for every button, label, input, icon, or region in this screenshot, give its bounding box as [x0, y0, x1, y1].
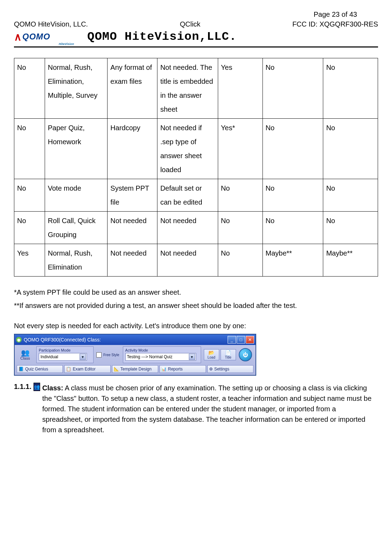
table-cell: Yes* — [218, 119, 262, 179]
section-number: 1.1.1. — [14, 383, 31, 391]
table-cell: No — [262, 58, 323, 119]
book-icon: 📘 — [19, 367, 24, 372]
class-button[interactable]: 👥 Class — [17, 349, 34, 360]
company-name-left: QOMO HiteVision, LLC. — [14, 20, 88, 28]
table-row: NoRoll Call, Quick GroupingNot neededNot… — [14, 212, 378, 244]
button-label: Settings — [214, 367, 229, 372]
table-cell: No — [14, 212, 45, 244]
people-icon: 👥 — [17, 349, 34, 356]
title-button[interactable]: 📄 Title — [221, 349, 236, 360]
gear-icon: ⚙ — [209, 367, 213, 372]
main-toolbar: 👥 Class Participation Mode Individual ▼ … — [15, 345, 256, 365]
table-row: YesNormal, Rush, EliminationNot neededNo… — [14, 244, 378, 277]
table-cell: Not needed. The title is embedded in the… — [157, 58, 218, 119]
table-row: NoPaper Quiz, HomeworkHardcopyNot needed… — [14, 119, 378, 179]
page-header: Page 23 of 43 — [14, 10, 378, 19]
load-title-group: 📂 Load 📄 Title — [204, 349, 236, 360]
table-cell: No — [323, 212, 378, 244]
table-cell: Not needed if .sep type of answer sheet … — [157, 119, 218, 179]
table-cell: Hardcopy — [108, 119, 157, 179]
table-cell: No — [218, 212, 262, 244]
button-label: Reports — [168, 367, 183, 372]
window-title: QOMO QRF300(Connected) Class: — [24, 337, 101, 343]
quiz-genius-button[interactable]: 📘Quiz Genius — [17, 365, 63, 373]
table-cell: Normal, Rush, Elimination — [45, 244, 107, 277]
app-icon: ◉ — [16, 337, 22, 343]
footnotes: *A system PPT file could be used as an a… — [14, 286, 378, 332]
page-number: Page 23 of 43 — [313, 10, 357, 19]
table-cell: No — [323, 58, 378, 119]
table-cell: Yes — [14, 244, 45, 277]
table-cell: Paper Quiz, Homework — [45, 119, 107, 179]
button-label: Template Design — [120, 367, 151, 372]
maximize-button[interactable]: □ — [237, 336, 245, 344]
load-label: Load — [207, 355, 215, 359]
section-heading: Class: — [42, 384, 63, 392]
dropdown-arrow-icon: ▼ — [80, 354, 86, 360]
table-cell: System PPT file — [108, 179, 157, 212]
folder-open-icon: 📂 — [204, 350, 219, 355]
ruler-icon: 📐 — [114, 367, 119, 372]
button-label: Exam Editor — [73, 367, 95, 372]
table-cell: No — [218, 244, 262, 277]
section-body: A class must be chosen prior of any exam… — [42, 384, 371, 434]
table-cell: Normal, Rush, Elimination, Multiple, Sur… — [45, 58, 107, 119]
participation-combo[interactable]: Individual ▼ — [39, 353, 87, 361]
exam-editor-button[interactable]: 📋Exam Editor — [64, 365, 110, 373]
document-icon: 📄 — [221, 350, 236, 355]
table-cell: Not needed — [157, 212, 218, 244]
table-cell: No — [262, 119, 323, 179]
activity-value: Testing ---> Normal Quiz — [127, 354, 172, 359]
app-screenshot: ◉ QOMO QRF300(Connected) Class: _ □ ✕ 👥 … — [14, 334, 256, 376]
power-button[interactable]: ⏻ — [239, 348, 252, 361]
table-cell: Roll Call, Quick Grouping — [45, 212, 107, 244]
section-1-1-1: 1.1.1. 👥 Class: A class must be chosen p… — [14, 383, 378, 435]
table-cell: Maybe** — [323, 244, 378, 277]
table-cell: Any format of exam files — [108, 58, 157, 119]
minimize-button[interactable]: _ — [228, 336, 236, 344]
settings-button[interactable]: ⚙Settings — [207, 365, 253, 373]
power-icon: ⏻ — [243, 352, 248, 358]
activity-label: Activity Mode — [125, 348, 199, 352]
table-row: NoNormal, Rush, Elimination, Multiple, S… — [14, 58, 378, 119]
chart-icon: 📊 — [161, 367, 167, 372]
logo-sub-text: HiteVision — [59, 42, 74, 46]
table-cell: No — [262, 212, 323, 244]
list-icon: 📋 — [66, 367, 71, 372]
load-button[interactable]: 📂 Load — [204, 349, 219, 360]
table-cell: No — [14, 119, 45, 179]
activity-combo[interactable]: Testing ---> Normal Quiz ▼ — [125, 353, 196, 361]
footnote-2: **If answers are not provided during a t… — [14, 300, 378, 311]
intro-line: Not every step is needed for each activi… — [14, 320, 378, 332]
product-name-center: QClick — [180, 20, 200, 28]
participation-mode-group: Participation Mode Individual ▼ — [36, 346, 94, 363]
table-cell: Maybe** — [262, 244, 323, 277]
table-cell: Not needed — [157, 244, 218, 277]
table-cell: No — [14, 179, 45, 212]
template-design-button[interactable]: 📐Template Design — [112, 365, 158, 373]
table-cell: No — [14, 58, 45, 119]
free-style-checkbox[interactable] — [96, 352, 102, 358]
table-cell: No — [323, 179, 378, 212]
free-style-label: Free Style — [103, 353, 119, 357]
dropdown-arrow-icon: ▼ — [189, 354, 195, 360]
button-label: Quiz Genius — [25, 367, 48, 372]
secondary-toolbar: 📘Quiz Genius📋Exam Editor📐Template Design… — [15, 365, 256, 375]
table-cell: No — [218, 179, 262, 212]
reports-button[interactable]: 📊Reports — [160, 365, 206, 373]
class-button-label: Class — [17, 356, 34, 360]
table-cell: No — [323, 119, 378, 179]
participation-label: Participation Mode — [39, 348, 91, 352]
table-cell: Default set or can be edited — [157, 179, 218, 212]
footnote-1: *A system PPT file could be used as an a… — [14, 286, 378, 298]
table-cell: No — [262, 179, 323, 212]
table-cell: Not needed — [108, 212, 157, 244]
window-titlebar: ◉ QOMO QRF300(Connected) Class: _ □ ✕ — [15, 334, 256, 345]
capability-table: NoNormal, Rush, Elimination, Multiple, S… — [14, 58, 378, 277]
table-cell: Vote mode — [45, 179, 107, 212]
table-cell: Not needed — [108, 244, 157, 277]
section-text: Class: A class must be chosen prior of a… — [42, 383, 378, 435]
close-button[interactable]: ✕ — [246, 336, 254, 344]
company-title: QOMO HiteVision,LLC. — [87, 30, 237, 43]
title-label: Title — [225, 355, 231, 359]
